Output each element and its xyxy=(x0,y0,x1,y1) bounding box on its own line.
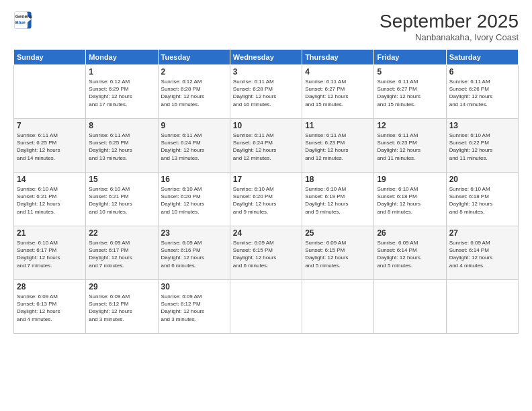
day-cell: 30Sunrise: 6:09 AM Sunset: 6:12 PM Dayli… xyxy=(158,280,230,334)
day-info: Sunrise: 6:11 AM Sunset: 6:28 PM Dayligh… xyxy=(233,78,299,108)
day-info: Sunrise: 6:10 AM Sunset: 6:18 PM Dayligh… xyxy=(449,185,515,216)
logo: General Blue xyxy=(13,11,32,30)
day-cell: 29Sunrise: 6:09 AM Sunset: 6:12 PM Dayli… xyxy=(86,280,158,334)
day-cell: 27Sunrise: 6:09 AM Sunset: 6:14 PM Dayli… xyxy=(446,226,518,280)
col-header-tuesday: Tuesday xyxy=(158,50,230,65)
day-cell: 26Sunrise: 6:09 AM Sunset: 6:14 PM Dayli… xyxy=(374,226,446,280)
day-cell: 9Sunrise: 6:11 AM Sunset: 6:24 PM Daylig… xyxy=(158,119,230,173)
day-number: 1 xyxy=(89,67,154,77)
day-info: Sunrise: 6:10 AM Sunset: 6:20 PM Dayligh… xyxy=(233,185,299,216)
day-info: Sunrise: 6:10 AM Sunset: 6:22 PM Dayligh… xyxy=(449,132,515,162)
day-number: 27 xyxy=(449,228,515,238)
day-info: Sunrise: 6:09 AM Sunset: 6:14 PM Dayligh… xyxy=(449,239,515,269)
day-cell: 28Sunrise: 6:09 AM Sunset: 6:13 PM Dayli… xyxy=(14,280,86,334)
day-info: Sunrise: 6:11 AM Sunset: 6:23 PM Dayligh… xyxy=(305,132,371,162)
day-cell: 5Sunrise: 6:11 AM Sunset: 6:27 PM Daylig… xyxy=(374,65,446,119)
day-info: Sunrise: 6:11 AM Sunset: 6:24 PM Dayligh… xyxy=(161,132,227,162)
day-cell xyxy=(14,65,86,119)
day-info: Sunrise: 6:09 AM Sunset: 6:12 PM Dayligh… xyxy=(161,293,227,323)
day-cell: 8Sunrise: 6:11 AM Sunset: 6:25 PM Daylig… xyxy=(86,119,158,173)
day-info: Sunrise: 6:11 AM Sunset: 6:24 PM Dayligh… xyxy=(233,132,299,162)
logo-icon: General Blue xyxy=(13,11,32,30)
day-number: 2 xyxy=(161,67,227,77)
day-number: 28 xyxy=(17,282,83,291)
day-number: 4 xyxy=(305,67,371,77)
day-cell: 11Sunrise: 6:11 AM Sunset: 6:23 PM Dayli… xyxy=(302,119,374,173)
day-number: 11 xyxy=(305,121,371,130)
day-number: 29 xyxy=(89,282,154,291)
day-info: Sunrise: 6:12 AM Sunset: 6:29 PM Dayligh… xyxy=(89,78,154,108)
day-cell: 3Sunrise: 6:11 AM Sunset: 6:28 PM Daylig… xyxy=(230,65,302,119)
day-number: 3 xyxy=(233,67,299,77)
header-row: SundayMondayTuesdayWednesdayThursdayFrid… xyxy=(14,50,519,65)
day-number: 20 xyxy=(449,175,515,184)
day-number: 30 xyxy=(161,282,227,291)
day-number: 16 xyxy=(161,175,227,184)
day-number: 24 xyxy=(233,228,299,238)
day-cell: 24Sunrise: 6:09 AM Sunset: 6:15 PM Dayli… xyxy=(230,226,302,280)
day-cell: 12Sunrise: 6:11 AM Sunset: 6:23 PM Dayli… xyxy=(374,119,446,173)
day-cell: 25Sunrise: 6:09 AM Sunset: 6:15 PM Dayli… xyxy=(302,226,374,280)
day-cell: 20Sunrise: 6:10 AM Sunset: 6:18 PM Dayli… xyxy=(446,173,518,226)
subtitle: Nanbanakaha, Ivory Coast xyxy=(380,32,519,42)
col-header-monday: Monday xyxy=(86,50,158,65)
title-block: September 2025 Nanbanakaha, Ivory Coast xyxy=(380,11,519,42)
day-info: Sunrise: 6:10 AM Sunset: 6:21 PM Dayligh… xyxy=(17,185,83,216)
day-cell: 10Sunrise: 6:11 AM Sunset: 6:24 PM Dayli… xyxy=(230,119,302,173)
day-info: Sunrise: 6:09 AM Sunset: 6:13 PM Dayligh… xyxy=(17,293,83,323)
day-cell: 21Sunrise: 6:10 AM Sunset: 6:17 PM Dayli… xyxy=(14,226,86,280)
day-info: Sunrise: 6:11 AM Sunset: 6:27 PM Dayligh… xyxy=(377,78,443,108)
day-info: Sunrise: 6:10 AM Sunset: 6:21 PM Dayligh… xyxy=(89,185,154,216)
day-number: 10 xyxy=(233,121,299,130)
day-info: Sunrise: 6:11 AM Sunset: 6:25 PM Dayligh… xyxy=(89,132,154,162)
day-cell: 13Sunrise: 6:10 AM Sunset: 6:22 PM Dayli… xyxy=(446,119,518,173)
day-info: Sunrise: 6:11 AM Sunset: 6:26 PM Dayligh… xyxy=(449,78,515,108)
month-title: September 2025 xyxy=(380,11,519,32)
day-info: Sunrise: 6:10 AM Sunset: 6:19 PM Dayligh… xyxy=(305,185,371,216)
day-cell xyxy=(446,280,518,334)
day-info: Sunrise: 6:10 AM Sunset: 6:18 PM Dayligh… xyxy=(377,185,443,216)
week-row-4: 21Sunrise: 6:10 AM Sunset: 6:17 PM Dayli… xyxy=(14,226,519,280)
day-info: Sunrise: 6:10 AM Sunset: 6:20 PM Dayligh… xyxy=(161,185,227,216)
day-number: 6 xyxy=(449,67,515,77)
day-number: 8 xyxy=(89,121,154,130)
day-cell: 15Sunrise: 6:10 AM Sunset: 6:21 PM Dayli… xyxy=(86,173,158,226)
day-number: 21 xyxy=(17,228,83,238)
page: General Blue September 2025 Nanbanakaha,… xyxy=(0,0,532,411)
day-number: 26 xyxy=(377,228,443,238)
day-info: Sunrise: 6:11 AM Sunset: 6:23 PM Dayligh… xyxy=(377,132,443,162)
day-number: 25 xyxy=(305,228,371,238)
col-header-thursday: Thursday xyxy=(302,50,374,65)
week-row-2: 7Sunrise: 6:11 AM Sunset: 6:25 PM Daylig… xyxy=(14,119,519,173)
day-cell: 22Sunrise: 6:09 AM Sunset: 6:17 PM Dayli… xyxy=(86,226,158,280)
day-number: 14 xyxy=(17,175,83,184)
day-info: Sunrise: 6:09 AM Sunset: 6:14 PM Dayligh… xyxy=(377,239,443,269)
day-info: Sunrise: 6:10 AM Sunset: 6:17 PM Dayligh… xyxy=(17,239,83,269)
day-number: 19 xyxy=(377,175,443,184)
day-number: 17 xyxy=(233,175,299,184)
svg-text:General: General xyxy=(15,14,32,19)
svg-text:Blue: Blue xyxy=(15,20,26,25)
day-cell: 2Sunrise: 6:12 AM Sunset: 6:28 PM Daylig… xyxy=(158,65,230,119)
day-info: Sunrise: 6:09 AM Sunset: 6:15 PM Dayligh… xyxy=(233,239,299,269)
day-cell: 14Sunrise: 6:10 AM Sunset: 6:21 PM Dayli… xyxy=(14,173,86,226)
day-number: 15 xyxy=(89,175,154,184)
day-number: 13 xyxy=(449,121,515,130)
day-cell: 17Sunrise: 6:10 AM Sunset: 6:20 PM Dayli… xyxy=(230,173,302,226)
day-number: 9 xyxy=(161,121,227,130)
day-cell xyxy=(302,280,374,334)
day-info: Sunrise: 6:09 AM Sunset: 6:16 PM Dayligh… xyxy=(161,239,227,269)
header: General Blue September 2025 Nanbanakaha,… xyxy=(13,11,519,42)
col-header-sunday: Sunday xyxy=(14,50,86,65)
day-cell: 23Sunrise: 6:09 AM Sunset: 6:16 PM Dayli… xyxy=(158,226,230,280)
day-info: Sunrise: 6:09 AM Sunset: 6:12 PM Dayligh… xyxy=(89,293,154,323)
day-cell: 1Sunrise: 6:12 AM Sunset: 6:29 PM Daylig… xyxy=(86,65,158,119)
day-number: 12 xyxy=(377,121,443,130)
week-row-1: 1Sunrise: 6:12 AM Sunset: 6:29 PM Daylig… xyxy=(14,65,519,119)
day-info: Sunrise: 6:09 AM Sunset: 6:17 PM Dayligh… xyxy=(89,239,154,269)
day-info: Sunrise: 6:11 AM Sunset: 6:25 PM Dayligh… xyxy=(17,132,83,162)
col-header-wednesday: Wednesday xyxy=(230,50,302,65)
day-cell xyxy=(374,280,446,334)
day-number: 5 xyxy=(377,67,443,77)
day-cell: 19Sunrise: 6:10 AM Sunset: 6:18 PM Dayli… xyxy=(374,173,446,226)
